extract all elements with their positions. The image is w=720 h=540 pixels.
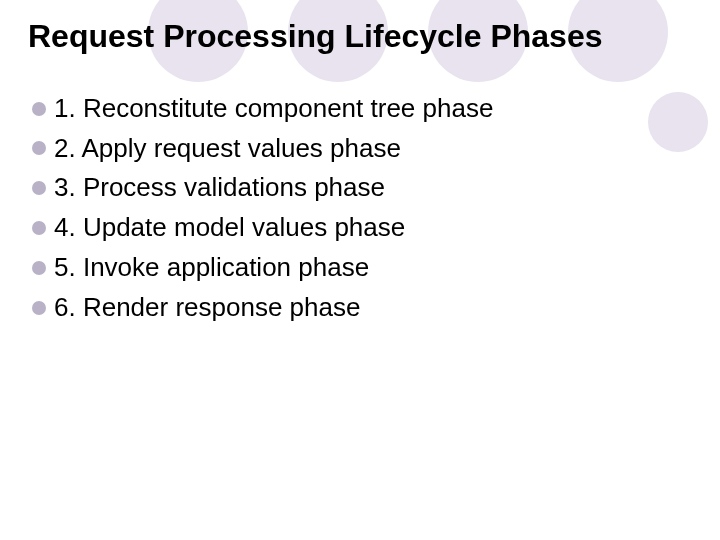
list-item: 2. Apply request values phase [32, 132, 692, 166]
item-text: 4. Update model values phase [54, 211, 405, 245]
bullet-icon [32, 141, 46, 155]
item-text: 1. Reconstitute component tree phase [54, 92, 493, 126]
bullet-icon [32, 221, 46, 235]
bullet-icon [32, 301, 46, 315]
item-text: 2. Apply request values phase [54, 132, 401, 166]
slide-content: Request Processing Lifecycle Phases 1. R… [0, 0, 720, 325]
list-item: 5. Invoke application phase [32, 251, 692, 285]
list-item: 3. Process validations phase [32, 171, 692, 205]
bullet-icon [32, 102, 46, 116]
item-text: 6. Render response phase [54, 291, 360, 325]
bullet-icon [32, 261, 46, 275]
item-text: 5. Invoke application phase [54, 251, 369, 285]
phase-list: 1. Reconstitute component tree phase 2. … [28, 92, 692, 325]
bullet-icon [32, 181, 46, 195]
item-text: 3. Process validations phase [54, 171, 385, 205]
list-item: 1. Reconstitute component tree phase [32, 92, 692, 126]
slide-title: Request Processing Lifecycle Phases [28, 18, 692, 56]
list-item: 4. Update model values phase [32, 211, 692, 245]
list-item: 6. Render response phase [32, 291, 692, 325]
